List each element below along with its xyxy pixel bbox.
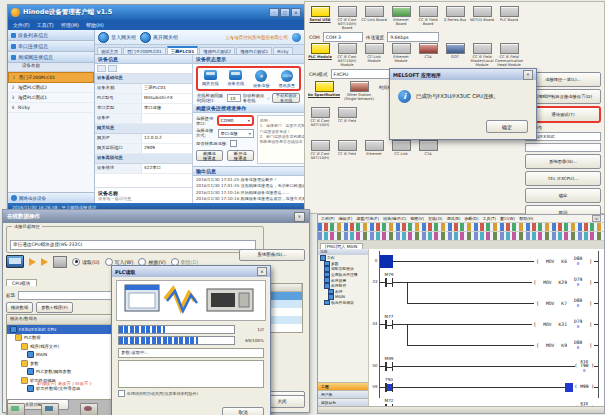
close-icon[interactable]: × [294, 212, 305, 222]
module-option[interactable]: GOT [442, 43, 468, 68]
output-log-list[interactable]: 2016/11/30 17:01:25 设备连接通道断开！ 2016/11/30… [193, 176, 304, 203]
module-option-serial-usb[interactable]: Serial USB [307, 6, 333, 31]
menu-tools[interactable]: 工具(T) [37, 22, 54, 28]
ladder-rung[interactable]: 61 M72 K10 T94 0 [380, 398, 598, 406]
close-icon[interactable]: × [523, 70, 533, 80]
break-channel-button[interactable]: 断开连接通道 [227, 150, 254, 161]
prop-value[interactable]: 2909 [142, 144, 192, 153]
menu-item[interactable]: 搜索/替换(F) [356, 216, 379, 221]
melsoft-ok-button[interactable]: 确定 [486, 120, 528, 133]
menu-manage[interactable]: 管理(M) [61, 22, 79, 28]
ladder-branch[interactable]: MOV K9 D800 [380, 335, 598, 356]
device-row[interactable]: 2海得PLC测试2 [8, 83, 94, 93]
contact-symbol[interactable]: M77 [385, 320, 393, 329]
ladder-editing-area[interactable]: 0 MOV K6 D800 33 M79 [369, 249, 604, 406]
module-option[interactable]: Ethernet Board [388, 6, 414, 31]
ladder-rung[interactable]: 0 MOV K6 D800 [380, 251, 598, 272]
sidebar-item-network-devices[interactable]: 网络连接设备 [8, 192, 94, 203]
system-image-button[interactable]: 系统图像(G)... [239, 249, 305, 261]
module-option[interactable]: C24 [415, 43, 441, 68]
prop-value[interactable]: 串口连接 [142, 104, 192, 113]
module-option[interactable]: CC IE Field Board [415, 6, 441, 31]
menu-item[interactable]: 调试(B) [446, 216, 460, 221]
menu-item[interactable]: 帮助(H) [519, 216, 533, 221]
leave-gateway-button[interactable]: 离开网关组 [140, 32, 178, 43]
network-route-option[interactable]: CC IE Cont NET/10(H) [307, 107, 333, 132]
converter-checkbox[interactable] [230, 140, 237, 147]
station-option-other-single[interactable]: Other Station (Single Network) [342, 81, 376, 106]
ok-button[interactable]: 确定 [525, 188, 601, 203]
prop-value[interactable] [142, 114, 192, 123]
coexistence-route-option[interactable]: CC IE Field [334, 140, 360, 165]
prop-value[interactable]: Mitsubishi-FX [142, 94, 192, 103]
close-icon[interactable]: × [257, 267, 267, 276]
module-option[interactable]: Ethernet Module [388, 43, 414, 68]
port-select[interactable]: COM0 [217, 115, 254, 126]
module-option[interactable]: CC-Link Board [361, 6, 387, 31]
menu-item[interactable]: 编辑(E) [339, 216, 353, 221]
mov-instruction[interactable]: MOV K31 D790 [532, 320, 595, 330]
module-option-plc-module[interactable]: PLC Module [307, 43, 333, 68]
auto-close-option[interactable]: 处理结束时自动关闭(当异常结束时除外) [118, 390, 264, 397]
toolbar-icons-row2[interactable] [318, 232, 604, 241]
baud-field[interactable]: 9.6Kbps [387, 32, 439, 42]
prop-value[interactable]: 12.0.0.2 [142, 134, 192, 143]
module-option[interactable]: PLC Board [496, 6, 522, 31]
coexistence-route-option[interactable]: CC-Link [388, 140, 414, 165]
plc-memory-clear-button[interactable]: PLC存储器清除 [75, 403, 102, 415]
contact-symbol-energized[interactable]: T90 [385, 383, 393, 392]
window-titlebar[interactable]: Hinode设备管理客户端 v1.5 –□× [8, 5, 304, 20]
module-option[interactable]: Q Series Bus [442, 6, 468, 31]
module-data-button[interactable]: 模块数据 [6, 302, 33, 313]
contact-symbol[interactable]: M99 [385, 362, 393, 371]
menu-help[interactable]: 帮助(H) [86, 22, 104, 28]
timer-coil[interactable]: K10 T94 0 [575, 402, 594, 407]
tab-ricky[interactable]: Ricky [273, 47, 292, 54]
ladder-rung[interactable]: 50 M99 K10 T90 0 [380, 356, 598, 377]
build-channel-button[interactable]: 构建连接通道 [196, 150, 223, 161]
close-icon[interactable]: × [291, 8, 301, 17]
system-image-button[interactable]: 系统图像(G)... [525, 154, 601, 169]
tab-hite1[interactable]: 海得PLC测试1 [236, 47, 272, 54]
menu-item[interactable]: 工程(P) [321, 216, 335, 221]
menu-item[interactable]: 窗口(W) [500, 216, 515, 221]
sidebar-group-lan[interactable]: 局域网连接信息 [8, 52, 94, 63]
nav-item[interactable]: 软元件存储器 [318, 300, 368, 306]
minimize-icon[interactable]: – [269, 8, 279, 17]
progress-cancel-button[interactable]: 取消 [222, 407, 264, 415]
timer-coil[interactable]: K10 T90 0 [575, 360, 594, 374]
progress-titlebar[interactable]: PLC读取 × [112, 266, 270, 277]
menu-item[interactable]: 在线(O) [428, 216, 442, 221]
close-icon[interactable]: × [592, 215, 601, 222]
tab-hite2[interactable]: 海得PLC测试2 [199, 47, 235, 54]
tab-siemens200[interactable]: 西门子200PLC01 [123, 47, 166, 54]
auto-check-checkbox[interactable]: ✓ [267, 96, 271, 101]
tel-button[interactable]: TEL (FXCPU)... [525, 171, 601, 186]
remote-operation-button[interactable]: 远程操作 [7, 403, 25, 415]
module-option[interactable]: CC IE Field Communication Head Module [496, 43, 522, 68]
sidebar-group-device-list[interactable]: 设备列表信息 [8, 30, 94, 41]
sidebar-group-serial[interactable]: 串口连接信息 [8, 41, 94, 52]
com-port-field[interactable]: COM 3 [323, 32, 363, 42]
device-row[interactable]: 4Ricky [8, 103, 94, 113]
mov-instruction[interactable]: MOV K7 D800 [534, 299, 594, 309]
toolbar-icons-row1[interactable] [318, 223, 604, 232]
mov-instruction[interactable]: MOV K6 D800 [534, 257, 594, 267]
login-gateway-button[interactable]: 登入网关组 [98, 32, 136, 43]
dialog-titlebar[interactable]: 在线数据操作 × [3, 210, 309, 223]
radio-read[interactable]: 读取(U) [72, 258, 100, 266]
auto-close-checkbox[interactable] [118, 390, 125, 397]
menu-file[interactable]: 文件(F) [13, 22, 30, 28]
mov-instruction[interactable]: MOV K9 D800 [534, 341, 594, 351]
ladder-rung[interactable]: 44 M77 MOV K31 D790 [380, 314, 598, 335]
mov-instruction[interactable]: MOV K29 D790 [532, 278, 595, 288]
tab-home[interactable]: 测试主页 [97, 47, 122, 54]
melsoft-titlebar[interactable]: MELSOFT 应用程序 × [390, 69, 536, 80]
nav-switch-project[interactable]: 工程 [318, 382, 368, 390]
clock-setting-button[interactable]: 时钟设置 [41, 403, 59, 415]
station-option-no-specification[interactable]: No Specification [307, 81, 341, 106]
manual-check-button[interactable]: 手动检测设备在线 [272, 93, 300, 103]
nav-switch-user-library[interactable]: 用户库 [318, 390, 368, 398]
menu-item[interactable]: 工具(T) [482, 216, 496, 221]
prop-value[interactable]: 三菱PLC01 [142, 84, 192, 93]
